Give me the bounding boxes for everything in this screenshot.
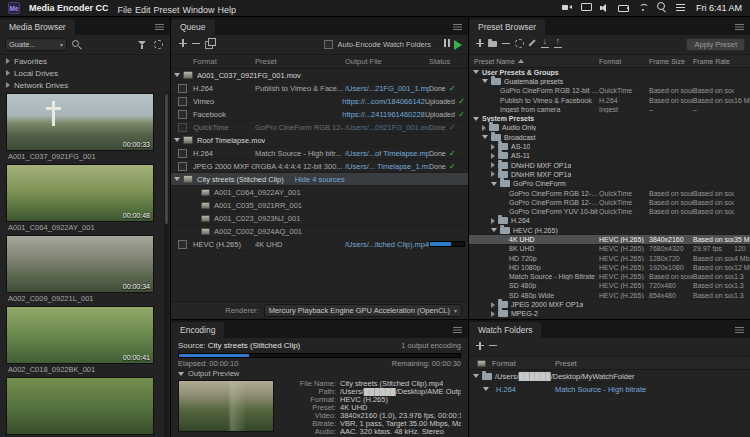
tab-encoding[interactable]: Encoding — [171, 322, 224, 338]
output-checkbox[interactable] — [178, 84, 187, 93]
collapse-icon[interactable] — [473, 70, 479, 74]
collapse-icon[interactable] — [482, 135, 488, 139]
expand-icon[interactable] — [491, 311, 495, 317]
preset-group-row[interactable]: H.264 — [469, 217, 750, 226]
tab-queue[interactable]: Queue — [171, 19, 215, 35]
preset-row[interactable]: SD 480p HEVC (H.265) 720x480 Based on so… — [469, 282, 750, 291]
menu-file[interactable]: File — [118, 5, 133, 15]
media-source-dropdown[interactable]: Guate...▾ — [5, 38, 67, 51]
output-preset[interactable]: RGBA 4:4:4:4 12-bit 300... — [255, 162, 345, 171]
pause-icon[interactable] — [441, 37, 454, 50]
queue-output-row[interactable]: QuickTime GoPro CineForm RGB 12-... /Use… — [171, 121, 468, 134]
expand-icon[interactable] — [491, 144, 495, 150]
queue-output-row[interactable]: Vimeo https://...com/184066142 Uploaded✓ — [171, 95, 468, 108]
view-settings-icon[interactable] — [152, 38, 165, 51]
queue-output-row[interactable]: H.264 Publish to Vimeo & Face... /Users/… — [171, 82, 468, 95]
menu-help[interactable]: Help — [218, 5, 237, 15]
expand-icon[interactable] — [491, 153, 495, 159]
preset-group-row[interactable]: MPEG-2 — [469, 310, 750, 319]
new-preset-icon[interactable] — [474, 37, 487, 50]
output-checkbox[interactable] — [178, 149, 187, 158]
output-file-link[interactable]: /Users/...0921FG_001.mov — [345, 123, 429, 132]
preset-row[interactable]: HD 720p HEVC (H.265) 1280x720 Based on s… — [469, 254, 750, 263]
expand-icon[interactable] — [6, 70, 10, 76]
output-checkbox[interactable] — [178, 123, 187, 132]
tree-item-local-drives[interactable]: Local Drives — [0, 67, 170, 79]
output-preset[interactable]: Publish to Vimeo & Face... — [255, 84, 345, 93]
column-preset-name[interactable]: Preset Name — [474, 58, 599, 65]
column-preset[interactable]: Preset — [555, 359, 750, 368]
output-checkbox[interactable] — [178, 162, 187, 171]
output-format[interactable]: JPEG 2000 MXF OP1a — [193, 162, 255, 171]
expand-icon[interactable] — [6, 58, 10, 64]
renderer-dropdown[interactable]: Mercury Playback Engine GPU Acceleration… — [264, 304, 462, 317]
watch-folder-preset[interactable]: Match Source - High bitrate — [555, 385, 750, 394]
queue-output-row[interactable]: JPEG 2000 MXF OP1a RGBA 4:4:4:4 12-bit 3… — [171, 160, 468, 173]
preset-group-row[interactable]: DNxHD MXF OP1a — [469, 161, 750, 170]
preset-group-row[interactable]: AS-10 — [469, 142, 750, 151]
expand-icon[interactable] — [482, 125, 486, 131]
collapse-icon[interactable] — [491, 228, 497, 232]
tab-preset-browser[interactable]: Preset Browser — [469, 19, 545, 35]
menu-edit[interactable]: Edit — [135, 5, 151, 15]
collapse-icon[interactable] — [473, 374, 479, 378]
hide-sources-link[interactable]: Hide 4 sources — [295, 175, 345, 184]
column-output-file[interactable]: Output File — [345, 57, 429, 66]
tab-watch-folders[interactable]: Watch Folders — [469, 322, 541, 338]
preset-group-row[interactable]: Audio Only — [469, 124, 750, 133]
collapse-icon[interactable] — [473, 117, 479, 121]
output-file-link[interactable]: /Users/... Timelapse_1.mxf — [345, 162, 429, 171]
output-checkbox[interactable] — [178, 110, 187, 119]
queue-job-row[interactable]: A001_C037_0921FG_001.mov — [171, 69, 468, 82]
apply-preset-button[interactable]: Apply Preset — [686, 38, 745, 51]
collapse-icon[interactable] — [482, 79, 488, 83]
preset-row[interactable]: 8K UHD HEVC (H.265) 7680x4320 29.97 fps … — [469, 245, 750, 254]
collapse-icon[interactable] — [483, 387, 489, 391]
tab-media-browser[interactable]: Media Browser — [0, 19, 75, 35]
filter-icon[interactable] — [136, 39, 148, 51]
output-checkbox[interactable] — [178, 97, 187, 106]
column-frame-rate[interactable]: Frame Rate — [693, 58, 734, 65]
preset-row[interactable]: GoPro CineForm RGB 12-bit with alpha Qui… — [469, 189, 750, 198]
panel-menu-icon[interactable] — [453, 326, 463, 334]
column-status[interactable]: Status — [429, 57, 468, 66]
remove-icon[interactable] — [190, 37, 203, 50]
delete-preset-icon[interactable] — [500, 37, 513, 50]
output-format[interactable]: H.264 — [193, 149, 255, 158]
queue-source-row[interactable]: A001_C035_0921RR_001 — [171, 199, 468, 212]
import-preset-icon[interactable] — [539, 37, 552, 50]
media-clip[interactable]: 00:00:48 A001_C064_0922AY_001 — [6, 164, 160, 232]
preset-row[interactable]: GoPro CineForm RGB 12-bit with alpha at.… — [469, 198, 750, 207]
panel-menu-icon[interactable] — [453, 23, 463, 31]
edit-preset-icon[interactable] — [526, 37, 539, 50]
collapse-icon[interactable] — [174, 177, 180, 181]
column-format[interactable]: Format — [492, 359, 549, 368]
expand-icon[interactable] — [6, 82, 10, 88]
panel-menu-icon[interactable] — [155, 23, 165, 31]
tree-item-network-drives[interactable]: Network Drives — [0, 79, 170, 91]
queue-output-row[interactable]: H.264 Match Source - High bitr... /Users… — [171, 147, 468, 160]
media-clip[interactable]: 00:00:33 A001_C037_0921FG_001 — [6, 93, 160, 161]
search-icon[interactable] — [656, 1, 668, 13]
output-file-link[interactable]: /Users/...itched Clip).mp4 — [345, 240, 429, 249]
panel-menu-icon[interactable] — [735, 23, 745, 31]
preset-row[interactable]: 4K UHD HEVC (H.265) 3840x2160 Based on s… — [469, 235, 750, 244]
preset-row[interactable]: Match Source - High Bitrate HEVC (H.265)… — [469, 273, 750, 282]
output-format[interactable]: Facebook — [193, 110, 254, 119]
preset-group-row[interactable]: JPEG 2000 MXF OP1a — [469, 300, 750, 309]
watch-folder-format[interactable]: H.264 — [496, 385, 552, 394]
column-preset[interactable]: Preset — [255, 57, 345, 66]
tree-item-favorites[interactable]: Favorites — [0, 55, 170, 67]
media-clip[interactable]: 00:00:41 A002_C018_0922BK_001 — [6, 306, 160, 374]
watch-folder-row[interactable]: /Users/██████/Desktop/MyWatchFolder — [469, 370, 750, 383]
expand-icon[interactable] — [491, 171, 495, 177]
media-clip[interactable]: A002_C052_0922TT_001 — [6, 377, 160, 437]
add-folder-icon[interactable] — [474, 339, 487, 352]
preset-row[interactable]: SD 480p Wide HEVC (H.265) 854x480 Based … — [469, 291, 750, 300]
queue-output-row[interactable]: HEVC (H.265) 4K UHD /Users/...itched Cli… — [171, 238, 468, 251]
collapse-icon[interactable] — [491, 182, 497, 186]
wifi-icon[interactable] — [637, 1, 649, 13]
new-group-icon[interactable] — [487, 37, 500, 50]
menu-preset[interactable]: Preset — [154, 5, 180, 15]
expand-icon[interactable] — [491, 302, 495, 308]
